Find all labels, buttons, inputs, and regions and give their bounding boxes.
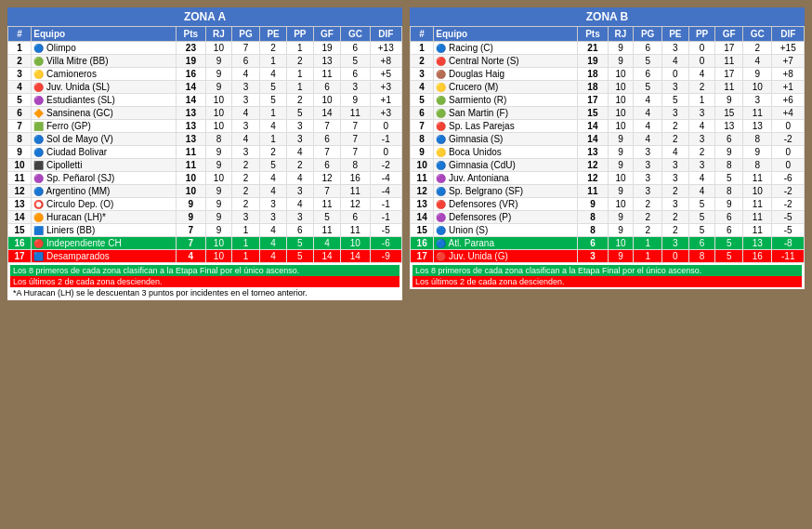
gf-cell: 5 [715,237,743,250]
dif-cell: -5 [772,211,805,224]
rj-cell: 9 [608,55,634,68]
zona-a-thead-row: # Equipo Pts RJ PG PE PP GF GC DIF [8,27,402,42]
dif-cell: +3 [370,81,401,94]
rank-cell: 1 [411,42,434,55]
gc-cell: 10 [341,237,370,250]
gf-cell: 8 [715,159,743,172]
pp-cell: 3 [286,211,313,224]
rank-cell: 2 [8,55,32,68]
rank-cell: 17 [411,250,434,263]
table-row: 13 ⭕ Circulo Dep. (O) 9 9 2 3 4 11 12 -1 [8,198,402,211]
pp-cell: 1 [286,42,313,55]
pg-cell: 3 [231,94,259,107]
table-row: 3 🟤 Douglas Haig 18 10 6 0 4 17 9 +8 [411,68,805,81]
pp-cell: 4 [286,198,313,211]
pts-cell: 9 [578,198,608,211]
pg-cell: 4 [231,133,259,146]
equipo-cell: 🟡 Camioneros [32,68,177,81]
equipo-cell: 🔵 Gimnasia (S) [434,133,578,146]
equipo-cell: 🔵 Argentino (MM) [32,185,177,198]
gf-cell: 5 [715,172,743,185]
equipo-cell: 🔵 Union (S) [434,224,578,237]
equipo-cell: 🔴 Central Norte (S) [434,55,578,68]
pp-cell: 0 [688,55,715,68]
pe-cell: 2 [661,224,688,237]
pe-cell: 2 [661,211,688,224]
rj-cell: 9 [608,185,634,198]
rank-cell: 5 [411,94,434,107]
dif-cell: +6 [772,94,805,107]
pts-cell: 11 [176,159,205,172]
gf-cell: 6 [715,133,743,146]
pe-cell: 1 [260,55,287,68]
gc-cell: 8 [341,159,370,172]
pe-cell: 3 [260,211,287,224]
equipo-cell: ⭕ Circulo Dep. (O) [32,198,177,211]
gf-cell: 11 [313,68,341,81]
dif-cell: +8 [772,68,805,81]
pg-cell: 3 [231,211,259,224]
pts-cell: 23 [176,42,205,55]
gc-cell: 7 [341,146,370,159]
pts-cell: 4 [176,250,205,263]
pe-cell: 2 [661,133,688,146]
equipo-cell: 🔵 Racing (C) [434,42,578,55]
equipo-cell: 🟣 Sp. Peñarol (SJ) [32,172,177,185]
gc-cell: 11 [743,211,772,224]
rank-cell: 9 [411,146,434,159]
pe-cell: 1 [260,107,287,120]
gc-cell: 11 [341,107,370,120]
rank-cell: 13 [411,198,434,211]
dif-cell: -2 [772,198,805,211]
table-row: 4 🟡 Crucero (M) 18 10 5 3 2 11 10 +1 [411,81,805,94]
col-pts-b: Pts [578,27,608,42]
rj-cell: 10 [608,107,634,120]
pe-cell: 1 [260,133,287,146]
gc-cell: 6 [341,211,370,224]
pg-cell: 1 [231,250,259,263]
gf-cell: 13 [313,55,341,68]
pe-cell: 3 [661,81,688,94]
equipo-cell: 🔵 Sp. Belgrano (SF) [434,185,578,198]
gf-cell: 8 [715,185,743,198]
col-rj-b: RJ [608,27,634,42]
pg-cell: 5 [634,81,662,94]
pp-cell: 1 [688,94,715,107]
pp-cell: 3 [688,133,715,146]
dif-cell: -1 [370,133,401,146]
gc-cell: 10 [743,185,772,198]
pp-cell: 3 [688,107,715,120]
rj-cell: 10 [608,172,634,185]
rj-cell: 9 [608,159,634,172]
gc-cell: 9 [341,94,370,107]
pg-cell: 3 [231,120,259,133]
col-pp: PP [286,27,313,42]
zona-b-notes: Los 8 primeros de cada zona clasifican a… [410,263,805,289]
col-equipo-b: Equipo [434,27,578,42]
dif-cell: -4 [370,185,401,198]
pp-cell: 5 [286,250,313,263]
table-row: 12 🔵 Sp. Belgrano (SF) 11 9 3 2 4 8 10 -… [411,185,805,198]
pts-cell: 8 [578,224,608,237]
gc-cell: 9 [743,146,772,159]
pp-cell: 3 [286,133,313,146]
equipo-cell: 🟢 San Martin (F) [434,107,578,120]
pe-cell: 2 [260,42,287,55]
table-row: 17 🟦 Desamparados 4 10 1 4 5 14 14 -9 [8,250,402,263]
rank-cell: 5 [8,94,32,107]
gc-cell: 9 [743,68,772,81]
pp-cell: 1 [286,81,313,94]
table-row: 8 🔵 Sol de Mayo (V) 13 8 4 1 3 6 7 -1 [8,133,402,146]
col-dif-b: DIF [772,27,805,42]
rj-cell: 10 [205,107,231,120]
gc-cell: 11 [743,172,772,185]
footer-note: Los 8 primeros de cada zona clasifican a… [10,265,399,276]
pts-cell: 9 [176,198,205,211]
dif-cell: +7 [772,55,805,68]
dif-cell: -5 [370,224,401,237]
pe-cell: 2 [661,185,688,198]
table-row: 11 🟣 Sp. Peñarol (SJ) 10 10 2 4 4 12 16 … [8,172,402,185]
gc-cell: 11 [743,198,772,211]
pts-cell: 13 [176,107,205,120]
footer-note: Los últimos 2 de cada zona descienden. [10,276,399,287]
